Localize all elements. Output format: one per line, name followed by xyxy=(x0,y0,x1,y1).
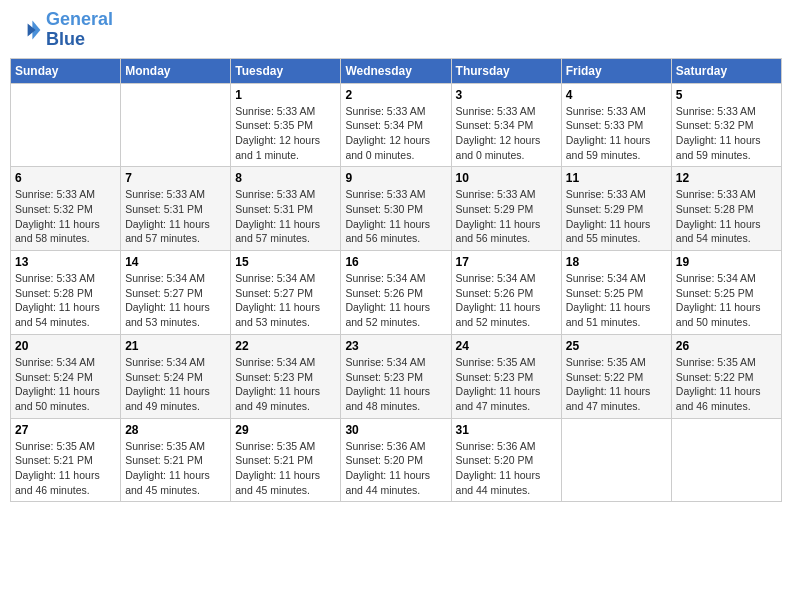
calendar-table: SundayMondayTuesdayWednesdayThursdayFrid… xyxy=(10,58,782,503)
calendar-cell: 18Sunrise: 5:34 AMSunset: 5:25 PMDayligh… xyxy=(561,251,671,335)
day-info: Sunrise: 5:33 AMSunset: 5:28 PMDaylight:… xyxy=(15,271,116,330)
calendar-cell: 14Sunrise: 5:34 AMSunset: 5:27 PMDayligh… xyxy=(121,251,231,335)
calendar-cell: 26Sunrise: 5:35 AMSunset: 5:22 PMDayligh… xyxy=(671,334,781,418)
calendar-cell: 29Sunrise: 5:35 AMSunset: 5:21 PMDayligh… xyxy=(231,418,341,502)
day-number: 22 xyxy=(235,339,336,353)
calendar-cell: 22Sunrise: 5:34 AMSunset: 5:23 PMDayligh… xyxy=(231,334,341,418)
weekday-header-saturday: Saturday xyxy=(671,58,781,83)
day-number: 7 xyxy=(125,171,226,185)
day-number: 12 xyxy=(676,171,777,185)
day-info: Sunrise: 5:34 AMSunset: 5:25 PMDaylight:… xyxy=(566,271,667,330)
calendar-cell xyxy=(561,418,671,502)
day-info: Sunrise: 5:33 AMSunset: 5:29 PMDaylight:… xyxy=(566,187,667,246)
day-info: Sunrise: 5:34 AMSunset: 5:23 PMDaylight:… xyxy=(235,355,336,414)
day-number: 5 xyxy=(676,88,777,102)
calendar-cell: 17Sunrise: 5:34 AMSunset: 5:26 PMDayligh… xyxy=(451,251,561,335)
day-number: 13 xyxy=(15,255,116,269)
day-info: Sunrise: 5:33 AMSunset: 5:32 PMDaylight:… xyxy=(676,104,777,163)
weekday-header-friday: Friday xyxy=(561,58,671,83)
weekday-header-sunday: Sunday xyxy=(11,58,121,83)
day-info: Sunrise: 5:34 AMSunset: 5:26 PMDaylight:… xyxy=(345,271,446,330)
calendar-cell: 3Sunrise: 5:33 AMSunset: 5:34 PMDaylight… xyxy=(451,83,561,167)
logo-icon xyxy=(10,14,42,46)
day-number: 21 xyxy=(125,339,226,353)
day-info: Sunrise: 5:34 AMSunset: 5:23 PMDaylight:… xyxy=(345,355,446,414)
calendar-cell xyxy=(671,418,781,502)
day-number: 11 xyxy=(566,171,667,185)
day-info: Sunrise: 5:35 AMSunset: 5:23 PMDaylight:… xyxy=(456,355,557,414)
calendar-cell: 19Sunrise: 5:34 AMSunset: 5:25 PMDayligh… xyxy=(671,251,781,335)
calendar-cell: 4Sunrise: 5:33 AMSunset: 5:33 PMDaylight… xyxy=(561,83,671,167)
day-number: 1 xyxy=(235,88,336,102)
day-number: 25 xyxy=(566,339,667,353)
day-info: Sunrise: 5:33 AMSunset: 5:28 PMDaylight:… xyxy=(676,187,777,246)
calendar-cell: 9Sunrise: 5:33 AMSunset: 5:30 PMDaylight… xyxy=(341,167,451,251)
logo-text: General Blue xyxy=(46,10,113,50)
weekday-header-monday: Monday xyxy=(121,58,231,83)
day-number: 19 xyxy=(676,255,777,269)
calendar-cell: 25Sunrise: 5:35 AMSunset: 5:22 PMDayligh… xyxy=(561,334,671,418)
day-info: Sunrise: 5:33 AMSunset: 5:31 PMDaylight:… xyxy=(235,187,336,246)
day-info: Sunrise: 5:34 AMSunset: 5:27 PMDaylight:… xyxy=(235,271,336,330)
calendar-cell: 23Sunrise: 5:34 AMSunset: 5:23 PMDayligh… xyxy=(341,334,451,418)
calendar-cell: 15Sunrise: 5:34 AMSunset: 5:27 PMDayligh… xyxy=(231,251,341,335)
day-number: 3 xyxy=(456,88,557,102)
calendar-cell: 21Sunrise: 5:34 AMSunset: 5:24 PMDayligh… xyxy=(121,334,231,418)
day-number: 8 xyxy=(235,171,336,185)
day-number: 10 xyxy=(456,171,557,185)
day-number: 27 xyxy=(15,423,116,437)
day-number: 6 xyxy=(15,171,116,185)
calendar-cell: 8Sunrise: 5:33 AMSunset: 5:31 PMDaylight… xyxy=(231,167,341,251)
day-number: 31 xyxy=(456,423,557,437)
day-number: 28 xyxy=(125,423,226,437)
calendar-cell: 13Sunrise: 5:33 AMSunset: 5:28 PMDayligh… xyxy=(11,251,121,335)
day-number: 18 xyxy=(566,255,667,269)
day-number: 4 xyxy=(566,88,667,102)
day-info: Sunrise: 5:34 AMSunset: 5:26 PMDaylight:… xyxy=(456,271,557,330)
day-number: 26 xyxy=(676,339,777,353)
calendar-cell: 12Sunrise: 5:33 AMSunset: 5:28 PMDayligh… xyxy=(671,167,781,251)
day-number: 23 xyxy=(345,339,446,353)
day-info: Sunrise: 5:35 AMSunset: 5:22 PMDaylight:… xyxy=(676,355,777,414)
page-header: General Blue xyxy=(10,10,782,50)
day-info: Sunrise: 5:34 AMSunset: 5:27 PMDaylight:… xyxy=(125,271,226,330)
day-info: Sunrise: 5:35 AMSunset: 5:21 PMDaylight:… xyxy=(235,439,336,498)
day-info: Sunrise: 5:33 AMSunset: 5:29 PMDaylight:… xyxy=(456,187,557,246)
weekday-header-thursday: Thursday xyxy=(451,58,561,83)
day-info: Sunrise: 5:34 AMSunset: 5:24 PMDaylight:… xyxy=(15,355,116,414)
day-info: Sunrise: 5:34 AMSunset: 5:25 PMDaylight:… xyxy=(676,271,777,330)
day-number: 17 xyxy=(456,255,557,269)
calendar-cell: 1Sunrise: 5:33 AMSunset: 5:35 PMDaylight… xyxy=(231,83,341,167)
calendar-cell: 28Sunrise: 5:35 AMSunset: 5:21 PMDayligh… xyxy=(121,418,231,502)
calendar-cell xyxy=(11,83,121,167)
weekday-header-wednesday: Wednesday xyxy=(341,58,451,83)
calendar-cell: 6Sunrise: 5:33 AMSunset: 5:32 PMDaylight… xyxy=(11,167,121,251)
day-info: Sunrise: 5:34 AMSunset: 5:24 PMDaylight:… xyxy=(125,355,226,414)
day-info: Sunrise: 5:33 AMSunset: 5:34 PMDaylight:… xyxy=(345,104,446,163)
day-info: Sunrise: 5:35 AMSunset: 5:22 PMDaylight:… xyxy=(566,355,667,414)
day-info: Sunrise: 5:33 AMSunset: 5:34 PMDaylight:… xyxy=(456,104,557,163)
calendar-cell: 2Sunrise: 5:33 AMSunset: 5:34 PMDaylight… xyxy=(341,83,451,167)
day-info: Sunrise: 5:36 AMSunset: 5:20 PMDaylight:… xyxy=(456,439,557,498)
calendar-cell: 10Sunrise: 5:33 AMSunset: 5:29 PMDayligh… xyxy=(451,167,561,251)
calendar-cell: 31Sunrise: 5:36 AMSunset: 5:20 PMDayligh… xyxy=(451,418,561,502)
day-number: 30 xyxy=(345,423,446,437)
day-number: 20 xyxy=(15,339,116,353)
calendar-cell: 27Sunrise: 5:35 AMSunset: 5:21 PMDayligh… xyxy=(11,418,121,502)
calendar-cell: 16Sunrise: 5:34 AMSunset: 5:26 PMDayligh… xyxy=(341,251,451,335)
day-number: 16 xyxy=(345,255,446,269)
day-info: Sunrise: 5:33 AMSunset: 5:32 PMDaylight:… xyxy=(15,187,116,246)
calendar-cell: 7Sunrise: 5:33 AMSunset: 5:31 PMDaylight… xyxy=(121,167,231,251)
calendar-cell: 5Sunrise: 5:33 AMSunset: 5:32 PMDaylight… xyxy=(671,83,781,167)
day-info: Sunrise: 5:36 AMSunset: 5:20 PMDaylight:… xyxy=(345,439,446,498)
calendar-cell: 30Sunrise: 5:36 AMSunset: 5:20 PMDayligh… xyxy=(341,418,451,502)
day-number: 15 xyxy=(235,255,336,269)
day-number: 2 xyxy=(345,88,446,102)
day-info: Sunrise: 5:35 AMSunset: 5:21 PMDaylight:… xyxy=(125,439,226,498)
day-number: 14 xyxy=(125,255,226,269)
day-number: 24 xyxy=(456,339,557,353)
calendar-cell: 20Sunrise: 5:34 AMSunset: 5:24 PMDayligh… xyxy=(11,334,121,418)
logo: General Blue xyxy=(10,10,113,50)
calendar-cell: 24Sunrise: 5:35 AMSunset: 5:23 PMDayligh… xyxy=(451,334,561,418)
day-number: 9 xyxy=(345,171,446,185)
